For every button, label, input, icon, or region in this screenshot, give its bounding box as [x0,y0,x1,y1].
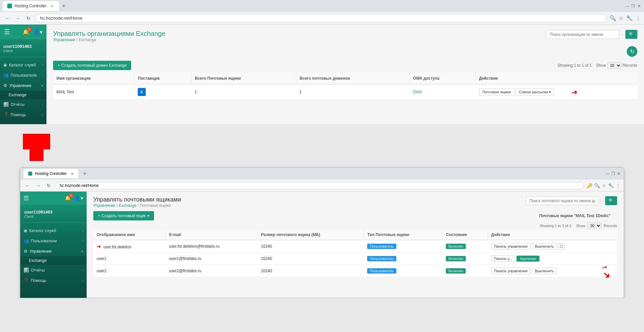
sidebar-sub-exchange-2[interactable]: Exchange [20,256,87,265]
catalog-icon: ◉ [3,62,7,67]
notification-icon-1[interactable]: 🔔 0 [23,29,29,35]
mailbox-search-button[interactable]: 🔍 [605,196,617,205]
breadcrumb-1: Управление / Exchange [53,38,165,42]
owa-cell: OWA [409,84,475,100]
sidebar-item-help-2[interactable]: ❓ Помощь › [20,275,87,286]
panel-btn-1[interactable]: Панель управления [491,243,530,250]
mailbox-search-input[interactable] [526,197,599,205]
tab-close-1[interactable]: ✕ [49,3,54,9]
browser-tab-1[interactable]: Hosting Controller ✕ [3,1,59,11]
lists-action-btn[interactable]: Списки рассылки ▾ [516,88,554,96]
sidebar-item-reports[interactable]: 📊 Отчёты › [0,99,46,110]
nav-forward-1[interactable]: → [14,14,22,22]
extension-icon-2[interactable]: 🔧 [608,183,614,188]
org-search-input[interactable] [546,30,619,39]
sidebar-item-reports-2[interactable]: 📊 Отчёты › [20,265,87,275]
breadcrumb-manage-1[interactable]: Управление [53,38,75,42]
address-bar-1[interactable] [35,14,607,22]
breadcrumb-exchange-2[interactable]: Exchange [119,203,136,208]
checkbox-1[interactable]: ☐ [558,243,565,250]
col-status: Состояние [443,230,488,240]
nav-refresh-1[interactable]: ↻ [25,14,33,22]
sidebar-item-users-2[interactable]: 👥 Пользователи › [20,236,87,246]
users-label-2: Пользователи [31,239,57,243]
org-name-cell: MAIL Test [53,84,134,100]
org-search-button[interactable]: 🔍 [625,30,637,39]
sidebar-nav-2: ◉ Каталог служб › 👥 Пользователи › ⚙ Упр… [20,225,87,286]
new-tab-button[interactable]: + [59,1,68,11]
sidebar-sub-exchange[interactable]: Exchange [0,91,46,99]
search-icon-addr[interactable]: 🔍 [609,15,616,21]
sidebar-item-help[interactable]: ❓ Помощь › [0,110,46,120]
hamburger-button-1[interactable]: ☰ [4,28,10,36]
menu-icon-2[interactable]: ⋮ [616,183,620,188]
type-cell-1: Пользователь [364,240,443,253]
table-row: MAIL Test E 1 1 OWA Почтовые ящики С [53,84,637,100]
win-close-2[interactable]: ✕ [617,171,620,176]
nav-back-2[interactable]: ← [24,182,32,190]
supplier-cell: E [134,84,192,100]
win-restore-2[interactable]: ❐ [611,171,615,176]
sidebar-item-users[interactable]: 👥 Пользователи › [0,70,46,80]
user-menu-icon-1[interactable]: 👤▾ [33,29,42,35]
win-minimize-1[interactable]: — [625,4,629,8]
sidebar-item-catalog[interactable]: ◉ Каталог служб › [0,60,46,70]
mailbox-table: Отображаемое имя E-mail Размер почтового… [93,230,617,277]
email-cell-3: user2@firstlabs.ru [166,265,258,277]
col-total-mailboxes: Всего Почтовые ящики [192,73,296,84]
sidebar-item-manage-2[interactable]: ⚙ Управление ∨ [20,246,87,256]
nav-refresh-2[interactable]: ↻ [45,182,53,190]
sidebar-item-catalog-2[interactable]: ◉ Каталог служб › [20,225,87,236]
create-exchange-domain-button[interactable]: + Создать почтовый домен Exchange [53,61,131,70]
user-menu-icon-2[interactable]: 👤▾ [74,195,83,201]
row1-arrow: ➜ [97,244,101,249]
showing-2: Showing 1 to 3 of 3 Show 2050 Records [87,222,624,230]
hamburger-button-2[interactable]: ☰ [24,195,29,202]
users-icon-2: 👥 [24,238,29,243]
notification-icon-2[interactable]: 🔔 0 [65,195,71,201]
sidebar-item-manage[interactable]: ⚙ Управление ∨ [0,80,46,91]
new-tab-btn-2[interactable]: + [80,170,89,177]
type-badge-2: Пользователь [367,256,396,261]
display-name-cell-3: user2 [93,265,166,277]
sidebar-role-2: Client [24,214,83,218]
panel-btn-3[interactable]: Панель управления [491,268,530,274]
bookmark-icon[interactable]: ☆ [619,15,623,21]
show-select-2[interactable]: 2050 [587,222,602,229]
refresh-circle-btn[interactable]: ↻ [627,46,637,57]
help-label: Помощь [11,113,26,117]
breadcrumb-manage-2[interactable]: Управление [93,203,116,208]
nav-back-1[interactable]: ← [3,14,11,22]
col-supplier: Поставщик [134,73,192,84]
tab-favicon-2 [28,172,32,176]
col-email: E-mail [166,230,258,240]
extension-icon[interactable]: 🔧 [626,15,633,21]
disable-btn-3[interactable]: Выключить [532,268,557,274]
show-select-1[interactable]: 2050 [607,62,621,69]
win-minimize-2[interactable]: — [605,171,609,176]
mailboxes-action-btn[interactable]: Почтовые ящики [479,88,515,96]
win-restore-1[interactable]: ❐ [631,4,635,8]
type-cell-3: Пользователь [364,265,443,277]
tab-close-2[interactable]: ✕ [71,172,74,176]
notification-badge-1: 0 [27,27,32,32]
sidebar-role-1: Client [3,49,43,53]
browser-tab-2[interactable]: Hosting Controller ✕ [24,169,78,178]
nav-forward-2[interactable]: → [34,182,42,190]
disable-btn-1[interactable]: Выключить [532,243,557,250]
status-badge-2: Включён [446,256,466,261]
type-badge-1: Пользователь [367,244,396,249]
create-mailbox-button[interactable]: + Создать почтовый ящик ▾ [93,211,154,220]
address-bar-2[interactable] [55,182,584,189]
win-close-1[interactable]: ✕ [637,4,641,8]
delete-dropdown-btn[interactable]: Удаление [517,256,540,262]
panel-btn-2[interactable]: Панель у... [491,255,515,262]
owa-link[interactable]: OWA [413,90,422,94]
page-title-1: Управлять организациями Exchange [53,30,165,38]
action-cell-2-3: Панель управления Выключить [488,265,617,277]
zoom-icon[interactable]: 🔍 [594,183,600,188]
menu-icon[interactable]: ⋮ [635,15,641,21]
bookmark-icon-2[interactable]: ☆ [602,183,606,188]
table-row: user1 user1@firstlabs.ru 10240 Пользоват… [93,253,617,265]
catalog-label-2: Каталог служб [29,228,56,233]
